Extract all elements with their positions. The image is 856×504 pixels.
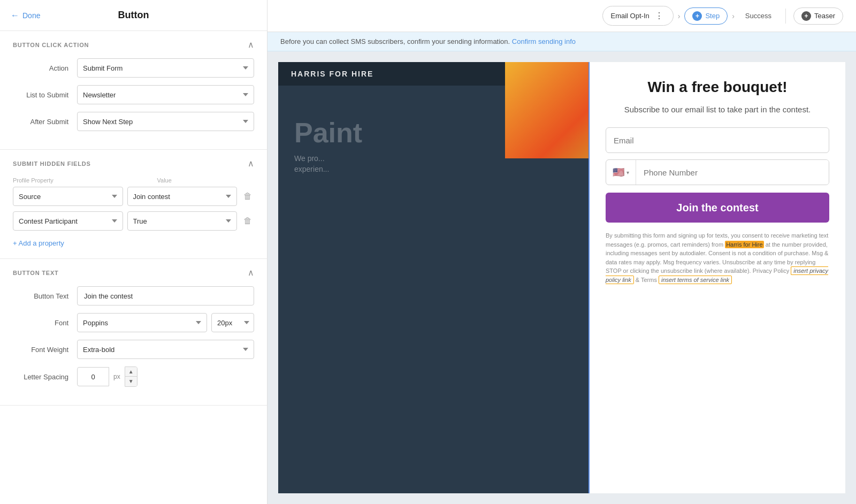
list-to-submit-label: List to Submit [13,91,77,99]
panel-header: ← Done Button [0,0,267,31]
profile-property-col-label: Profile Property [13,177,110,184]
button-text-section: BUTTON TEXT ∧ Button Text Font Poppins 2… [0,259,267,406]
hidden-fields-labels: Profile Property Value [13,177,254,184]
site-sub-text: We pro...experien... [294,154,401,174]
field1-value-select[interactable]: Join contest [127,187,238,206]
submit-hidden-fields-section: SUBMIT HIDDEN FIELDS ∧ Profile Property … [0,150,267,259]
field1-value-group: Join contest [127,187,238,206]
delete-field1-button[interactable]: 🗑 [241,189,254,203]
button-text-label: Button Text [13,292,77,300]
field2-property-group: Contest Participant [13,211,123,231]
list-to-submit-row: List to Submit Newsletter [13,85,254,104]
preview-area: HARRIS FOR HIRE Paint We pro...experien.… [268,51,856,504]
letter-spacing-unit: px [111,373,123,380]
section-title-hidden-fields: SUBMIT HIDDEN FIELDS [13,161,91,167]
field2-value-group: True [127,211,238,231]
collapse-button-text-button[interactable]: ∧ [248,268,254,278]
phone-input[interactable] [636,160,829,185]
field1-property-group: Source [13,187,123,206]
success-label: Success [739,9,778,23]
teaser-plus-icon: + [801,11,811,21]
hidden-field-row-2: Contest Participant True 🗑 [13,211,254,231]
back-button[interactable]: ← Done [11,11,40,20]
panel-title: Button [118,10,149,21]
letter-spacing-up-button[interactable]: ▲ [125,367,137,377]
arrow-icon-1: › [678,12,681,20]
letter-spacing-label: Letter Spacing [13,373,77,381]
email-opt-in-pill[interactable]: Email Opt-In ⋮ [602,6,673,26]
font-weight-row: Font Weight Extra-bold [13,340,254,359]
field1-property-select[interactable]: Source [13,187,123,206]
after-submit-label: After Submit [13,118,77,126]
flag-emoji: 🇺🇸 [613,166,624,178]
letter-spacing-stepper: ▲ ▼ [125,366,137,387]
back-arrow-icon: ← [11,11,19,20]
popup-subtext: Subscribe to our email list to take part… [606,104,829,116]
step-step: + Step [684,7,728,25]
action-row: Action Submit Form [13,58,254,78]
teaser-label: Teaser [814,12,835,20]
step-label: Step [705,12,720,20]
nav-divider [785,9,786,24]
left-panel: ← Done Button BUTTON CLICK ACTION ∧ Acti… [0,0,268,504]
font-weight-label: Font Weight [13,346,77,354]
popup-modal: Win a free bouquet! Subscribe to our ema… [588,62,845,493]
email-opt-in-label: Email Opt-In [610,12,649,20]
phone-input-wrap: 🇺🇸 ▾ [606,159,829,185]
top-nav: Email Opt-In ⋮ › + Step › Success + Teas… [268,0,856,32]
letter-spacing-input-group: px ▲ ▼ [77,366,137,387]
brand-name-highlight: Harris for Hire [725,241,763,248]
delete-field2-button[interactable]: 🗑 [241,214,254,228]
button-click-action-section: BUTTON CLICK ACTION ∧ Action Submit Form… [0,31,267,150]
disclaimer-text: By submitting this form and signing up f… [606,231,829,284]
button-text-input[interactable] [77,286,254,306]
email-opt-in-dots-button[interactable]: ⋮ [653,10,666,22]
collapse-hidden-fields-button[interactable]: ∧ [248,158,254,169]
phone-chevron-icon: ▾ [626,170,629,175]
font-weight-select[interactable]: Extra-bold [77,340,254,359]
section-title-click-action: BUTTON CLICK ACTION [13,42,89,48]
section-title-button-text: BUTTON TEXT [13,270,59,276]
letter-spacing-row: Letter Spacing px ▲ ▼ [13,366,254,387]
section-header-hidden-fields: SUBMIT HIDDEN FIELDS ∧ [13,158,254,169]
section-header-button-text: BUTTON TEXT ∧ [13,268,254,278]
right-panel: Email Opt-In ⋮ › + Step › Success + Teas… [268,0,856,504]
teaser-pill[interactable]: + Teaser [793,7,843,25]
terms-link-highlight[interactable]: insert terms of service link [659,276,732,284]
step-plus-icon: + [692,11,702,21]
after-submit-select[interactable]: Show Next Step [77,112,254,131]
sms-notice: Before you can collect SMS subscribers, … [268,32,856,51]
sms-notice-text: Before you can collect SMS subscribers, … [280,37,510,45]
action-select[interactable]: Submit Form [77,58,254,78]
site-brand-text: HARRIS FOR HIRE [291,70,373,78]
button-text-row: Button Text [13,286,254,306]
letter-spacing-down-button[interactable]: ▼ [125,377,137,386]
after-submit-row: After Submit Show Next Step [13,112,254,131]
step-pill[interactable]: + Step [684,7,728,25]
letter-spacing-input[interactable] [77,367,109,386]
hidden-field-row-1: Source Join contest 🗑 [13,187,254,206]
font-family-select[interactable]: Poppins [77,313,207,332]
section-header-click-action: BUTTON CLICK ACTION ∧ [13,40,254,50]
join-contest-button[interactable]: Join the contest [606,193,829,223]
font-selects-group: Poppins 20px [77,313,254,332]
back-label: Done [22,11,40,20]
confirm-sending-link[interactable]: Confirm sending info [512,37,576,45]
email-input[interactable] [606,127,829,153]
site-preview: HARRIS FOR HIRE Paint We pro...experien.… [278,62,845,493]
field2-value-select[interactable]: True [127,211,238,231]
flag-dropdown[interactable]: 🇺🇸 ▾ [606,160,636,185]
font-label: Font [13,319,77,327]
collapse-click-action-button[interactable]: ∧ [248,40,254,50]
email-opt-in-step: Email Opt-In ⋮ [602,6,673,26]
field2-property-select[interactable]: Contest Participant [13,211,123,231]
value-col-label: Value [157,177,255,184]
action-label: Action [13,64,77,72]
font-size-select[interactable]: 20px [211,313,254,332]
arrow-icon-2: › [732,12,735,20]
list-to-submit-select[interactable]: Newsletter [77,85,254,104]
add-property-button[interactable]: + Add a property [13,239,64,247]
font-row: Font Poppins 20px [13,313,254,332]
popup-heading: Win a free bouquet! [606,78,829,96]
